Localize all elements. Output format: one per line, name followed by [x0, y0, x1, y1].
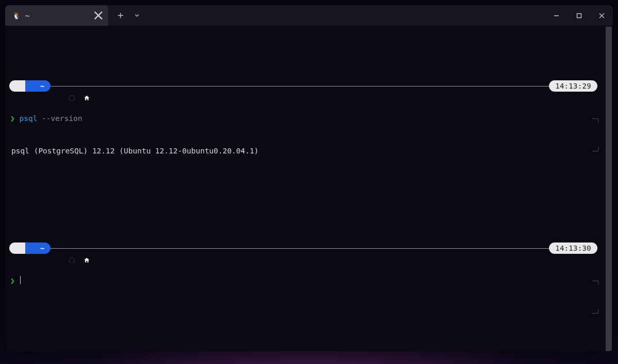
window-controls — [545, 5, 613, 26]
row-corner-icon: ─╯ — [592, 308, 602, 319]
home-icon — [29, 83, 36, 90]
prompt-chevron: ❯ — [10, 275, 14, 286]
terminal-content[interactable]: ~ 14:13:29 ❯ psql --version ─╮ psql (Pos… — [5, 26, 605, 351]
tux-icon: 🐧 — [12, 12, 21, 20]
close-window-button[interactable] — [590, 5, 613, 26]
empty-line: ─╯ — [9, 308, 602, 319]
command-bin: psql — [19, 114, 37, 123]
command-output: psql (PostgreSQL) 12.12 (Ubuntu 12.12-0u… — [10, 146, 259, 157]
tab-active[interactable]: 🐧 ~ — [5, 5, 108, 26]
row-corner-icon: ─╮ — [592, 275, 602, 286]
segment-rule — [50, 248, 549, 249]
tab-actions — [108, 5, 144, 26]
tab-dropdown-button[interactable] — [130, 8, 144, 23]
output-line: psql (PostgreSQL) 12.12 (Ubuntu 12.12-0u… — [9, 146, 602, 157]
tab-title: ~ — [25, 12, 90, 20]
terminal-viewport: ~ 14:13:29 ❯ psql --version ─╮ psql (Pos… — [5, 26, 613, 351]
segment-rule — [50, 86, 549, 86]
command-line: ❯ psql --version ─╮ — [9, 113, 602, 124]
time-pill: 14:13:30 — [549, 242, 597, 254]
scrollbar-track[interactable] — [606, 27, 612, 350]
time-pill: 14:13:29 — [549, 80, 597, 92]
os-pill — [9, 242, 25, 254]
row-corner-icon: ─╯ — [592, 146, 602, 157]
svg-rect-0 — [577, 13, 581, 18]
command-input[interactable] — [19, 275, 21, 286]
command-line: ❯ ─╮ — [9, 275, 602, 286]
cwd-text: ~ — [40, 81, 44, 92]
cwd-pill: ~ — [25, 242, 50, 254]
cwd-pill: ~ — [25, 80, 50, 92]
ubuntu-icon — [14, 245, 21, 252]
scrollbar-thumb[interactable] — [606, 27, 612, 351]
cwd-text: ~ — [40, 243, 44, 254]
home-icon — [29, 245, 36, 252]
os-pill — [9, 80, 25, 92]
command-text: psql --version — [19, 113, 82, 124]
prompt-segment-row: ~ 14:13:29 — [9, 80, 597, 92]
new-tab-button[interactable] — [113, 8, 128, 23]
row-corner-icon: ─╮ — [592, 113, 602, 124]
prompt-segment-row: ~ 14:13:30 — [9, 242, 597, 254]
tab-close-button[interactable] — [94, 11, 103, 20]
terminal-window: 🐧 ~ — [5, 5, 613, 351]
ubuntu-icon — [14, 83, 21, 90]
titlebar: 🐧 ~ — [5, 5, 613, 26]
cursor — [20, 276, 21, 284]
command-args: --version — [42, 114, 82, 123]
maximize-button[interactable] — [568, 5, 590, 26]
minimize-button[interactable] — [545, 5, 568, 26]
prompt-chevron: ❯ — [10, 113, 14, 124]
